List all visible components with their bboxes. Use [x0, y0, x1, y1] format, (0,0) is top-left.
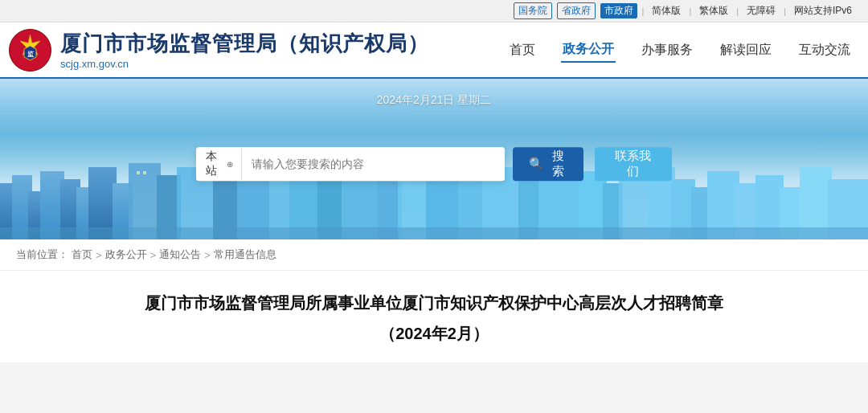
- breadcrumb-current: 常用通告信息: [214, 247, 276, 262]
- banner-date: 2024年2月21日 星期二: [377, 93, 491, 108]
- top-bar: 国务院 省政府 市政府 | 简体版 | 繁体版 | 无障碍 | 网站支持IPv6: [0, 0, 868, 22]
- separator-3: |: [736, 6, 739, 16]
- contact-button[interactable]: 联系我们: [595, 147, 672, 181]
- search-scope-label: 本站: [206, 149, 223, 178]
- top-bar-link-ipv6[interactable]: 网站支持IPv6: [791, 3, 855, 18]
- banner-search-row: 本站 ⊕ 🔍 搜索 联系我们: [196, 147, 672, 181]
- separator-2: |: [689, 6, 691, 16]
- content-area: 厦门市市场监督管理局所属事业单位厦门市知识产权保护中心高层次人才招聘简章 （20…: [0, 271, 868, 362]
- top-bar-link-shizhengfu[interactable]: 市政府: [600, 3, 637, 18]
- site-url: scjg.xm.gov.cn: [60, 58, 429, 70]
- search-button-label: 搜索: [549, 149, 567, 179]
- search-box: 本站 ⊕: [196, 147, 505, 181]
- separator-1: |: [642, 6, 645, 16]
- svg-text:监: 监: [27, 51, 34, 58]
- dropdown-arrow-icon: ⊕: [227, 160, 233, 169]
- contact-button-label: 联系我们: [615, 149, 651, 178]
- header: 监 厦门市市场监督管理局（知识产权局） scjg.xm.gov.cn 首页 政务…: [0, 22, 868, 79]
- breadcrumb-tongzhi[interactable]: 通知公告: [159, 247, 201, 262]
- top-bar-link-guowuyuan[interactable]: 国务院: [514, 2, 552, 19]
- site-title: 厦门市市场监督管理局（知识产权局）: [60, 30, 429, 58]
- svg-rect-41: [0, 227, 868, 239]
- search-scope-wrapper[interactable]: 本站 ⊕: [196, 147, 242, 181]
- top-bar-link-wuzhangai[interactable]: 无障碍: [743, 3, 779, 18]
- svg-rect-43: [143, 171, 146, 174]
- main-nav: 首页 政务公开 办事服务 解读回应 互动交流: [508, 38, 852, 63]
- breadcrumb-sep-1: >: [96, 249, 102, 261]
- nav-item-banshi[interactable]: 办事服务: [640, 39, 694, 62]
- top-bar-link-jiantizi[interactable]: 简体版: [649, 3, 684, 18]
- svg-rect-42: [137, 171, 140, 174]
- nav-item-zhengwu[interactable]: 政务公开: [561, 38, 616, 63]
- top-bar-link-shengzhengfu[interactable]: 省政府: [557, 2, 596, 19]
- header-left: 监 厦门市市场监督管理局（知识产权局） scjg.xm.gov.cn: [8, 28, 429, 72]
- breadcrumb-sep-2: >: [150, 249, 157, 261]
- search-input[interactable]: [242, 147, 505, 181]
- nav-item-home[interactable]: 首页: [508, 39, 537, 62]
- breadcrumb-sep-3: >: [204, 249, 211, 261]
- breadcrumb: 当前位置： 首页 > 政务公开 > 通知公告 > 常用通告信息: [0, 239, 868, 271]
- logo-icon: 监: [8, 28, 52, 72]
- nav-item-jiedu[interactable]: 解读回应: [719, 39, 773, 62]
- breadcrumb-prefix: 当前位置：: [16, 247, 68, 262]
- top-bar-links: 国务院 省政府 市政府 | 简体版 | 繁体版 | 无障碍 | 网站支持IPv6: [514, 2, 855, 19]
- nav-item-hudong[interactable]: 互动交流: [797, 39, 852, 62]
- search-button[interactable]: 🔍 搜索: [513, 147, 583, 181]
- top-bar-link-fantizi[interactable]: 繁体版: [696, 3, 731, 18]
- article-title-line1: 厦门市市场监督管理局所属事业单位厦门市知识产权保护中心高层次人才招聘简章: [32, 290, 836, 316]
- breadcrumb-zhengwu[interactable]: 政务公开: [105, 247, 147, 262]
- header-title-block: 厦门市市场监督管理局（知识产权局） scjg.xm.gov.cn: [60, 30, 429, 70]
- banner: 2024年2月21日 星期二 本站 ⊕ 🔍 搜索 联系我们: [0, 79, 868, 239]
- search-icon: 🔍: [529, 157, 544, 171]
- separator-4: |: [784, 6, 786, 16]
- article-title-line2: （2024年2月）: [32, 321, 836, 346]
- breadcrumb-home[interactable]: 首页: [72, 247, 92, 262]
